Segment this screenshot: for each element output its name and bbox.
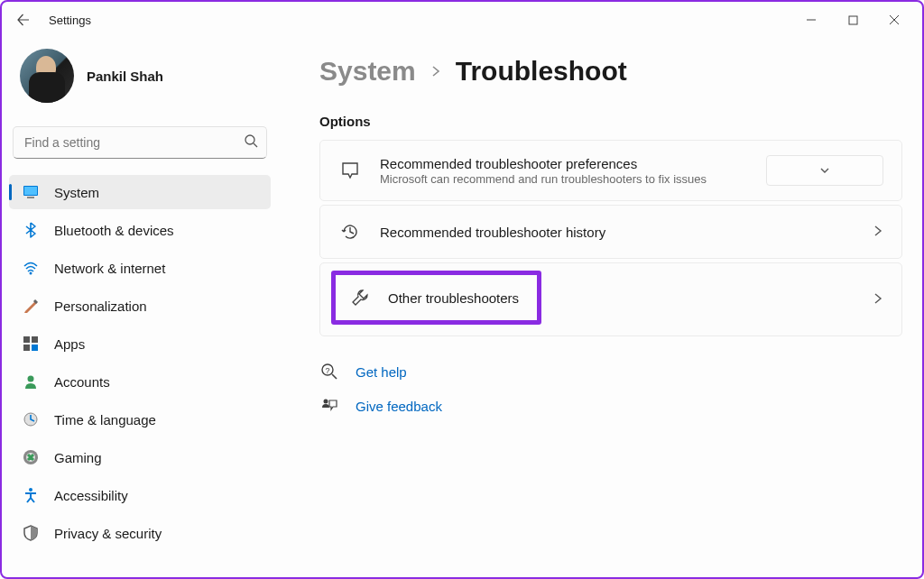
minimize-icon [806, 14, 817, 25]
nav: System Bluetooth & devices Network & int… [9, 175, 271, 550]
link-text: Get help [356, 364, 407, 380]
search-input[interactable] [13, 126, 267, 159]
avatar [20, 49, 74, 103]
feedback-icon [319, 396, 339, 416]
svg-point-5 [30, 272, 32, 275]
sidebar-item-label: Accounts [54, 374, 110, 390]
svg-rect-8 [23, 345, 30, 351]
maximize-icon [848, 15, 858, 25]
card-body: Recommended troubleshooter history [380, 225, 855, 240]
card-title: Recommended troubleshooter preferences [380, 156, 748, 171]
footer-links: ? Get help Give feedback [319, 362, 902, 416]
svg-rect-4 [27, 197, 34, 198]
search-icon [244, 133, 258, 152]
sidebar-item-label: Time & language [54, 412, 156, 427]
sidebar-item-network[interactable]: Network & internet [9, 251, 271, 285]
chevron-right-icon [873, 293, 883, 304]
card-other-troubleshooters[interactable]: Other troubleshooters [319, 262, 902, 336]
highlighted-region: Other troubleshooters [331, 271, 541, 325]
chevron-right-icon [430, 62, 441, 81]
search-box [13, 126, 267, 159]
card-title: Other troubleshooters [388, 290, 519, 306]
sidebar-item-label: Apps [54, 336, 85, 352]
maximize-button[interactable] [832, 5, 873, 34]
close-button[interactable] [873, 5, 915, 34]
main-content: System Troubleshoot Options Recommended … [282, 38, 922, 577]
sidebar-item-apps[interactable]: Apps [9, 326, 271, 361]
card-action [873, 291, 883, 308]
sidebar: Pankil Shah System Bluetooth & devices N… [2, 38, 282, 577]
personalization-icon [22, 297, 40, 315]
sidebar-item-accessibility[interactable]: Accessibility [9, 478, 271, 512]
sidebar-item-gaming[interactable]: Gaming [9, 440, 271, 474]
breadcrumb: System Troubleshoot [319, 56, 902, 87]
svg-point-16 [324, 400, 328, 404]
sidebar-item-label: Personalization [54, 299, 147, 314]
sidebar-item-bluetooth[interactable]: Bluetooth & devices [9, 213, 271, 247]
sidebar-item-personalization[interactable]: Personalization [9, 289, 271, 323]
svg-text:?: ? [325, 366, 329, 375]
window-controls [790, 5, 915, 34]
link-text: Give feedback [356, 399, 442, 414]
sidebar-item-label: Privacy & security [54, 526, 162, 541]
help-icon: ? [319, 362, 339, 381]
breadcrumb-current: Troubleshoot [456, 56, 627, 87]
card-body: Recommended troubleshooter preferences M… [380, 156, 748, 186]
svg-point-1 [245, 135, 254, 144]
arrow-left-icon [16, 13, 31, 27]
get-help-link[interactable]: ? Get help [319, 362, 902, 381]
card-action [873, 224, 883, 240]
sidebar-item-label: Bluetooth & devices [54, 223, 174, 238]
accounts-icon [22, 372, 40, 391]
close-icon [889, 14, 900, 25]
card-troubleshooter-history[interactable]: Recommended troubleshooter history [319, 205, 902, 259]
window-title: Settings [49, 14, 91, 27]
history-icon [338, 220, 362, 244]
minimize-button[interactable] [790, 5, 832, 34]
section-header: Options [319, 114, 902, 129]
chevron-down-icon [819, 165, 830, 176]
sidebar-item-system[interactable]: System [9, 175, 271, 209]
sidebar-item-label: Accessibility [54, 488, 128, 503]
network-icon [22, 259, 40, 277]
give-feedback-link[interactable]: Give feedback [319, 396, 902, 416]
sidebar-item-time-language[interactable]: Time & language [9, 402, 271, 437]
accessibility-icon [22, 486, 40, 504]
sidebar-item-label: Network & internet [54, 261, 165, 276]
svg-rect-0 [849, 16, 857, 24]
sidebar-item-privacy[interactable]: Privacy & security [9, 516, 271, 550]
time-language-icon [22, 410, 40, 428]
sidebar-item-accounts[interactable]: Accounts [9, 364, 271, 399]
svg-rect-6 [23, 336, 30, 343]
preferences-icon [338, 159, 362, 182]
svg-rect-7 [32, 336, 38, 343]
preferences-dropdown[interactable] [766, 155, 883, 186]
system-icon [22, 183, 40, 201]
apps-icon [22, 335, 40, 353]
back-button[interactable] [9, 5, 38, 34]
chevron-right-icon [873, 225, 883, 236]
privacy-icon [22, 524, 40, 542]
card-recommended-preferences[interactable]: Recommended troubleshooter preferences M… [319, 140, 902, 201]
sidebar-item-label: System [54, 185, 99, 200]
svg-point-9 [28, 376, 34, 382]
svg-rect-3 [24, 187, 37, 195]
card-action [766, 155, 883, 186]
titlebar: Settings [2, 2, 922, 38]
profile-name: Pankil Shah [87, 69, 163, 84]
wrench-icon [348, 286, 372, 309]
profile[interactable]: Pankil Shah [9, 45, 271, 121]
svg-point-13 [29, 488, 32, 492]
bluetooth-icon [22, 221, 40, 239]
sidebar-item-label: Gaming [54, 450, 102, 465]
card-subtitle: Microsoft can recommend and run troubles… [380, 172, 748, 186]
breadcrumb-parent[interactable]: System [319, 56, 416, 87]
gaming-icon [22, 448, 40, 466]
card-title: Recommended troubleshooter history [380, 225, 855, 240]
